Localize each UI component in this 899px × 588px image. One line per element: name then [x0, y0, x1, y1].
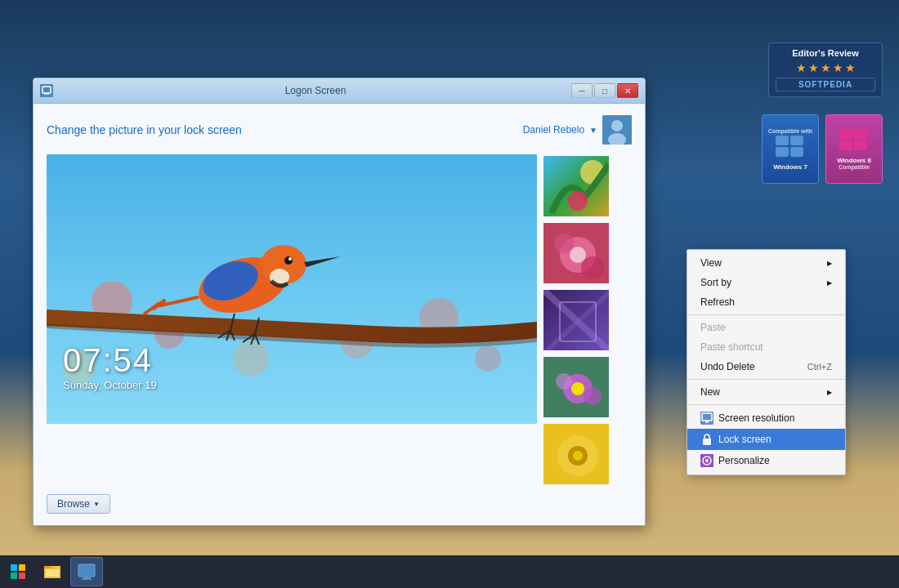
svg-rect-50 [703, 439, 711, 445]
thumbnail-yellow-img [543, 424, 611, 486]
svg-rect-2 [776, 147, 789, 157]
thumbnail-5[interactable] [542, 422, 611, 486]
taskbar-file-explorer[interactable] [36, 557, 69, 586]
menu-new-label: New [700, 386, 720, 398]
svg-rect-4 [839, 129, 852, 139]
svg-point-26 [288, 257, 292, 261]
menu-item-new[interactable]: New ▶ [687, 382, 845, 402]
menu-screen-resolution-label: Screen resolution [718, 412, 794, 424]
svg-point-42 [556, 373, 572, 390]
menu-new-arrow: ▶ [827, 389, 832, 396]
lock-screen-icon [700, 433, 713, 446]
browse-arrow-icon: ▼ [93, 501, 100, 508]
compat-badges: Compatible with Windows 7 [762, 114, 883, 184]
taskbar [0, 555, 899, 588]
window-title: Logon Screen [60, 85, 571, 96]
context-menu: View ▶ Sort by ▶ Refresh Paste Paste sho… [687, 249, 846, 475]
svg-rect-8 [42, 87, 51, 93]
menu-refresh-label: Refresh [700, 296, 735, 308]
main-preview: 07:54 Sunday, October 19 [47, 154, 537, 424]
svg-point-25 [284, 256, 293, 265]
menu-item-screen-resolution[interactable]: Screen resolution [687, 408, 845, 429]
svg-rect-6 [839, 140, 852, 150]
star-5: ★ [845, 61, 856, 74]
svg-rect-58 [44, 566, 51, 568]
win7-logo-icon [776, 136, 805, 162]
window-titlebar: Logon Screen ─ □ ✕ [34, 78, 645, 104]
clock-date: Sunday, October 19 [63, 379, 157, 391]
svg-point-19 [475, 345, 501, 372]
win7-name: Windows 7 [773, 163, 807, 171]
menu-view-label: View [700, 257, 722, 269]
win8-logo-icon [839, 129, 869, 155]
svg-point-52 [705, 459, 709, 462]
svg-rect-59 [46, 569, 59, 577]
menu-item-sort[interactable]: Sort by ▶ [687, 273, 845, 292]
menu-separator-2 [687, 379, 845, 380]
menu-separator-3 [687, 404, 845, 405]
menu-lock-screen-label: Lock screen [718, 434, 772, 445]
thumbnail-strip [542, 154, 611, 486]
thumbnail-4[interactable] [542, 355, 611, 419]
softpedia-label: SOFTPEDIA [776, 78, 875, 91]
thumbnail-daisy-img [543, 357, 611, 419]
menu-item-paste: Paste [687, 318, 845, 337]
svg-rect-49 [705, 421, 709, 423]
menu-paste-shortcut-label: Paste shortcut [700, 341, 763, 353]
svg-point-33 [554, 234, 574, 253]
menu-paste-label: Paste [700, 322, 726, 333]
thumbnail-purple-img [543, 290, 611, 352]
svg-rect-9 [44, 93, 49, 95]
menu-item-undo-delete[interactable]: Undo Delete Ctrl+Z [687, 357, 845, 376]
taskbar-logon-screen[interactable] [70, 557, 103, 586]
svg-point-29 [568, 191, 588, 211]
svg-rect-53 [11, 564, 17, 571]
thumbnail-2[interactable] [542, 221, 611, 285]
svg-point-16 [233, 341, 269, 376]
win8-name: Windows 8 [837, 157, 871, 164]
clock-overlay: 07:54 Sunday, October 19 [63, 342, 157, 391]
thumbnail-1[interactable] [542, 154, 611, 218]
svg-rect-1 [790, 136, 803, 145]
menu-undo-shortcut: Ctrl+Z [807, 362, 832, 372]
browse-label: Browse [57, 498, 90, 510]
close-button[interactable]: ✕ [617, 83, 638, 98]
start-button[interactable] [3, 557, 33, 586]
svg-rect-0 [776, 136, 789, 145]
gallery-area: 07:54 Sunday, October 19 [47, 154, 632, 486]
screen-resolution-icon [700, 412, 713, 425]
thumbnail-tropical-img [543, 156, 611, 218]
svg-rect-48 [702, 413, 712, 421]
window-content: Change the picture in your lock screen D… [34, 104, 645, 525]
user-dropdown-arrow[interactable]: ▼ [589, 126, 597, 135]
window-controls: ─ □ ✕ [571, 83, 638, 98]
menu-item-personalize[interactable]: Personalize [687, 450, 845, 471]
svg-point-32 [570, 247, 586, 263]
svg-rect-3 [790, 147, 803, 157]
svg-rect-5 [854, 129, 867, 139]
svg-rect-56 [19, 572, 25, 579]
stars-row: ★ ★ ★ ★ ★ [776, 61, 875, 74]
menu-personalize-label: Personalize [718, 455, 770, 466]
star-4: ★ [833, 61, 843, 74]
svg-point-47 [573, 451, 583, 461]
taskbar-buttons [36, 557, 103, 586]
thumbnail-3[interactable] [542, 288, 611, 352]
menu-view-arrow: ▶ [827, 260, 832, 267]
app-window: Logon Screen ─ □ ✕ Change the picture in… [33, 78, 646, 526]
change-picture-link[interactable]: Change the picture in your lock screen [47, 123, 242, 136]
win7-badge: Compatible with Windows 7 [762, 114, 819, 184]
menu-separator-1 [687, 314, 845, 315]
menu-item-refresh[interactable]: Refresh [687, 292, 845, 312]
svg-rect-54 [19, 564, 25, 571]
menu-item-lock-screen[interactable]: Lock screen [687, 429, 845, 450]
win8-badge: Windows 8 Compatible [825, 114, 883, 184]
svg-rect-63 [81, 579, 92, 580]
minimize-button[interactable]: ─ [571, 83, 593, 98]
browse-button[interactable]: Browse ▼ [47, 494, 110, 514]
menu-item-view[interactable]: View ▶ [687, 253, 845, 273]
user-avatar [602, 115, 632, 145]
maximize-button[interactable]: □ [594, 83, 615, 98]
menu-sort-arrow: ▶ [827, 279, 832, 287]
file-explorer-icon [42, 562, 62, 581]
